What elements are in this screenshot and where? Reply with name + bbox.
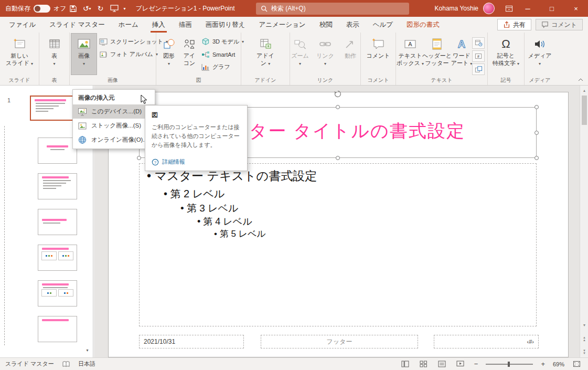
tab-slide-master[interactable]: スライド マスター [42,17,112,33]
tab-view[interactable]: 表示 [339,17,366,33]
avatar[interactable] [483,3,495,14]
slide-thumbnail-layout-section[interactable] [38,209,77,235]
thumbnails-scroll-down-button[interactable]: ▾ [83,346,91,354]
slide-number-button[interactable]: # [472,50,485,62]
tooltip-title: 図 [152,111,241,120]
smartart-button[interactable]: SmartArt [199,48,247,60]
body-placeholder[interactable]: マスター テキストの書式設定 第 2 レベル 第 3 レベル 第 4 レベル 第… [139,163,537,326]
zoom-slider[interactable] [486,364,533,365]
next-slide-button[interactable]: ▾▾ [580,347,588,356]
slide-number-placeholder[interactable]: ‹#› [434,335,539,348]
proofing-icon[interactable] [60,358,72,370]
symbol-button[interactable]: Ω 記号と 特殊文字 ▾ [491,34,521,75]
header-footer-button[interactable]: ヘッダーと フッター [423,34,451,75]
undo-button[interactable]: ↺▾ [80,0,94,17]
slideshow-view-button[interactable] [454,358,466,370]
autosave-toggle[interactable]: 自動保存 オフ [5,4,67,13]
tab-file[interactable]: ファイル [2,17,42,33]
bullet-level-2[interactable]: 第 2 レベル [164,187,224,201]
3d-models-button[interactable]: 3D モデル▾ [199,36,247,48]
close-button[interactable]: × [564,0,588,17]
tab-insert[interactable]: 挿入 [145,17,172,33]
slide-thumbnail-layout-two-content[interactable] [38,245,77,271]
vertical-scrollbar[interactable]: ▴ ▾ ▴▴ ▾▾ [580,86,588,357]
svg-text:A: A [408,41,412,47]
icons-button[interactable]: アイ コン [180,34,199,75]
redo-button[interactable]: ↻ [94,0,108,17]
ribbon-group-media: メディア ▾ メディア [525,33,555,85]
addins-button[interactable]: アドイ ン ▾ [253,34,278,75]
scroll-up-button[interactable]: ▴ [580,86,588,94]
thumbnail-preview [35,99,66,101]
table-button[interactable]: 表 ▾ [42,34,67,75]
slide-thumbnail-layout-title-only[interactable] [38,316,77,342]
date-placeholder[interactable]: 2021/10/31 [139,335,244,348]
zoom-out-button[interactable]: − [473,360,480,368]
chevron-down-icon: ▾ [268,61,270,66]
bullet-level-5[interactable]: 第 5 レベル [214,228,266,240]
scrollbar-thumb[interactable] [582,96,587,125]
share-button[interactable]: 共有 [497,19,531,30]
textbox-button[interactable]: A テキスト ボックス ▾ [398,34,423,75]
bullet-level-4[interactable]: 第 4 レベル [197,215,252,228]
document-title: プレゼンテーション1 - PowerPoint [136,4,235,13]
picture-tooltip: 図 ご利用のコンピューターまたは接続されている他のコンピューターから画像を挿入し… [145,105,248,171]
previous-slide-button[interactable]: ▴▴ [580,334,588,343]
collapse-ribbon-button[interactable] [576,76,585,83]
zoom-in-button[interactable]: + [539,360,547,368]
rotate-handle-icon[interactable] [334,90,342,98]
new-comment-button[interactable]: コメント [364,34,392,75]
tab-help[interactable]: ヘルプ [366,17,400,33]
autosave-switch[interactable] [34,5,50,13]
resize-handle[interactable] [336,105,340,109]
toggle-knob [35,6,40,12]
media-button[interactable]: メディア ▾ [527,34,552,75]
tab-draw[interactable]: 描画 [172,17,199,33]
shapes-button[interactable]: 図形 ▾ [158,34,180,75]
normal-view-button[interactable] [399,358,411,370]
object-button[interactable] [472,64,485,75]
menu-item-online-pictures[interactable]: オンライン画像(O)... [73,133,155,147]
tab-animations[interactable]: アニメーション [252,17,312,33]
tab-transitions[interactable]: 画面切り替え [199,17,252,33]
menu-item-stock-images[interactable]: ストック画像...(S) [73,119,155,133]
chart-button[interactable]: グラフ [199,61,247,73]
zoom-slider-thumb[interactable] [508,362,510,367]
wordart-button[interactable]: A ワード アート ▾ [451,34,472,75]
slide-thumbnail-master[interactable] [30,96,74,121]
menu-item-this-device[interactable]: このデバイス...(D) [73,104,155,119]
insert-picture-button[interactable]: 画像 ▾ [71,34,97,75]
new-slide-button[interactable]: 新しい スライド ▾ [4,34,35,75]
tab-review[interactable]: 校閲 [313,17,339,33]
reading-view-button[interactable] [436,358,448,370]
resize-handle[interactable] [534,105,539,109]
text-small-buttons: # [472,34,485,75]
save-button[interactable] [67,0,80,17]
zoom-level[interactable]: 69% [553,361,564,367]
ribbon-display-options-button[interactable] [502,0,516,17]
resize-handle[interactable] [336,156,340,160]
date-time-button[interactable] [472,37,485,49]
slide-thumbnail-layout-comparison[interactable] [38,280,77,306]
comments-button[interactable]: コメント [536,19,583,30]
slide-thumbnail-layout-content[interactable] [38,173,77,199]
scroll-down-button[interactable]: ▾ [580,321,588,329]
maximize-button[interactable]: □ [540,0,564,17]
minimize-button[interactable]: ─ [516,0,540,17]
search-box[interactable]: 検索 (Alt+Q) [256,3,409,15]
resize-handle[interactable] [137,156,141,160]
thumbnail-preview [42,283,69,286]
tab-home[interactable]: ホーム [112,17,145,33]
bullet-level-3[interactable]: 第 3 レベル [180,202,238,215]
start-slideshow-button[interactable] [108,0,121,17]
slide-sorter-view-button[interactable] [418,358,430,370]
tab-shape-format[interactable]: 図形の書式 [400,17,446,33]
resize-handle[interactable] [534,156,539,160]
slide-thumbnail-layout-title[interactable] [38,138,77,164]
tooltip-more-info-link[interactable]: ? 詳細情報 [152,158,241,166]
footer-placeholder[interactable]: フッター [261,335,418,348]
language-label[interactable]: 日本語 [78,360,95,368]
quick-access-customize-button[interactable]: ▾ [121,0,129,17]
fit-to-window-button[interactable] [571,358,583,370]
group-label-media: メディア [525,77,555,84]
